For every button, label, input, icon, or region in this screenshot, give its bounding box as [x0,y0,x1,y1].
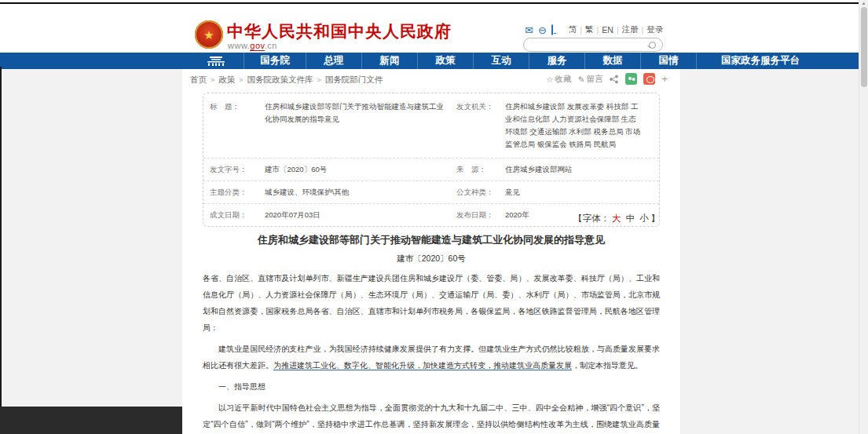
page-tools: ☆ 收藏 ✎ 留言 + [546,73,668,85]
breadcrumb-separator: > [211,76,214,84]
national-emblem-logo[interactable]: ★ [195,20,223,49]
mail-icon[interactable]: ✉ [525,25,533,35]
intro-text-after: ，制定本指导意见。 [572,361,643,370]
meta-label: 发文字号： [210,163,265,176]
breadcrumb-home[interactable]: 首页 [190,75,207,86]
meta-label: 成文日期： [210,209,265,221]
breadcrumb-current: 国务院部门文件 [325,75,383,86]
lang-simplified[interactable]: 简 [569,24,577,35]
register-link[interactable]: 注册 [622,24,639,35]
meta-value-category: 城乡建设、环境保护\其他 [265,186,456,199]
lang-traditional[interactable]: 繁 [585,24,594,35]
meta-value-written-date: 2020年07月03日 [265,209,456,221]
meta-label: 发文机关： [456,100,505,151]
window-left-border [0,67,2,434]
section-heading-guiding-ideology: 一、指导思想 [203,378,660,395]
meta-label: 来 源： [456,163,505,176]
paragraph-recipients: 各省、自治区、直辖市及计划单列市、新疆生产建设兵团住房和城乡建设厅（委、管委、局… [203,270,660,336]
meta-value-agencies: 住房和城乡建设部 发展改革委 科技部 工业和信息化部 人力资源社会保障部 生态环… [505,100,653,151]
more-share-button[interactable]: + [661,73,668,85]
inline-policy-link[interactable]: 为推进建筑工业化、数字化、智能化升级，加快建造方式转变，推动建筑业高质量发展 [273,361,572,370]
meta-label: 主题分类： [210,186,265,199]
vertical-scrollbar[interactable]: ▲ [859,0,868,434]
favorite-button[interactable]: ☆ 收藏 [546,74,571,85]
meta-label: 公文种类： [456,186,505,199]
url-gov: gov [250,41,264,51]
header-quick-links: ✉ ⊖ 简 | 繁 | EN | 注册 | 登录 [525,24,660,35]
site-url[interactable]: www.gov.cn [228,41,277,50]
scrollbar-thumb[interactable] [861,7,867,87]
fontbar-prefix: 【字体： [573,213,610,223]
breadcrumb-policy-library[interactable]: 国务院政策文件库 [247,75,313,86]
comment-label: 留言 [586,74,602,85]
share-wechat-icon[interactable] [625,73,637,85]
nav-item-shuju[interactable]: 数据 [584,53,640,69]
separator: | [580,25,582,35]
nav-item-zhengwu-platform[interactable]: 国家政务服务平台 [696,53,824,69]
url-cn: .cn [265,41,277,50]
share-weibo-icon[interactable] [643,73,655,85]
nav-item-zhengce[interactable]: 政策 [417,53,473,69]
search-box [523,38,663,52]
meta-row-number: 发文字号： 建市〔2020〕60号 来 源： 住房城乡建设部网站 [203,158,659,181]
main-navbar: 国务院 总理 新闻 政策 互动 服务 数据 国情 国家政务服务平台 [0,53,859,69]
meta-value-type: 意见 [505,186,653,199]
font-medium-button[interactable]: 中 [626,213,635,223]
star-icon: ☆ [546,75,553,84]
content-column: 首页 > 政策 > 国务院政策文件库 > 国务院部门文件 ☆ 收藏 ✎ 留言 [182,69,680,434]
meta-value-source: 住房城乡建设部网站 [505,163,653,176]
comment-button[interactable]: ✎ 留言 [578,74,603,85]
font-small-button[interactable]: 小 [639,213,649,223]
meta-row-title: 标 题： 住房和城乡建设部等部门关于推动智能建造与建筑工业化协同发展的指导意见 … [203,93,659,158]
breadcrumb: 首页 > 政策 > 国务院政策文件库 > 国务院部门文件 [190,75,383,86]
separator: | [617,25,619,35]
nav-item-zongli[interactable]: 总理 [306,53,361,69]
scrollbar-up-arrow[interactable]: ▲ [860,1,867,5]
breadcrumb-separator: > [239,76,243,84]
favorite-label: 收藏 [555,74,572,85]
fontbar-suffix: 】 [651,213,661,223]
tiananmen-home-icon [206,56,226,66]
document-body: 各省、自治区、直辖市及计划单列市、新疆生产建设兵团住房和城乡建设厅（委、管委、局… [203,270,660,434]
nav-item-guoqing[interactable]: 国情 [640,53,696,69]
nav-home[interactable] [189,53,244,69]
font-large-button[interactable]: 大 [612,213,621,223]
separator: | [597,25,599,35]
nav-items: 国务院 总理 新闻 政策 互动 服务 数据 国情 国家政务服务平台 [189,53,824,69]
nav-item-guowuyuan[interactable]: 国务院 [244,53,306,69]
emblem-star-icon: ★ [203,29,214,41]
browser-viewport: ★ 中华人民共和国中央人民政府 www.gov.cn ✉ ⊖ 简 | 繁 | E… [0,0,868,434]
paragraph-guiding-ideology: 以习近平新时代中国特色社会主义思想为指导，全面贯彻党的十九大和十九届二中、三中、… [203,399,660,434]
login-link[interactable]: 登录 [646,24,663,35]
search-icon[interactable] [649,42,656,49]
site-title[interactable]: 中华人民共和国中央人民政府 [227,20,452,42]
meta-value-doc-number: 建市〔2020〕60号 [265,163,456,176]
meta-label: 标 题： [210,100,265,151]
document-number: 建市〔2020〕60号 [203,253,660,264]
nav-item-xinwen[interactable]: 新闻 [361,53,417,69]
lang-links: 简 | 繁 | EN | 注册 | 登录 [569,24,664,35]
document-title: 住房和城乡建设部等部门关于推动智能建造与建筑工业化协同发展的指导意见 [203,233,660,247]
meta-label: 发布日期： [456,209,505,221]
nav-item-hudong[interactable]: 互动 [473,53,529,69]
meta-value-title: 住房和城乡建设部等部门关于推动智能建造与建筑工业化协同发展的指导意见 [265,100,456,151]
pencil-icon: ✎ [578,75,585,84]
url-www: www. [228,41,250,50]
nav-item-fuwu[interactable]: 服务 [529,53,584,69]
dark-region [0,407,182,434]
lang-english[interactable]: EN [602,25,613,35]
breadcrumb-policy[interactable]: 政策 [218,75,235,86]
mobile-icon[interactable] [551,24,553,35]
contrast-icon[interactable]: ⊖ [538,25,547,35]
separator: | [642,25,644,35]
meta-row-category: 主题分类： 城乡建设、环境保护\其他 公文种类： 意见 [203,181,659,203]
breadcrumb-separator: > [317,76,321,84]
search-input[interactable] [524,40,649,49]
share-icon[interactable] [609,75,619,84]
paragraph-intro: 建筑业是国民经济的支柱产业，为我国经济持续健康发展提供了有力支撑。但建筑业生产方… [203,341,660,374]
document-meta-table: 标 题： 住房和城乡建设部等部门关于推动智能建造与建筑工业化协同发展的指导意见 … [203,93,660,227]
font-size-bar: 【字体：大中小】 [573,213,660,224]
site-header: ★ 中华人民共和国中央人民政府 www.gov.cn ✉ ⊖ 简 | 繁 | E… [0,4,859,53]
